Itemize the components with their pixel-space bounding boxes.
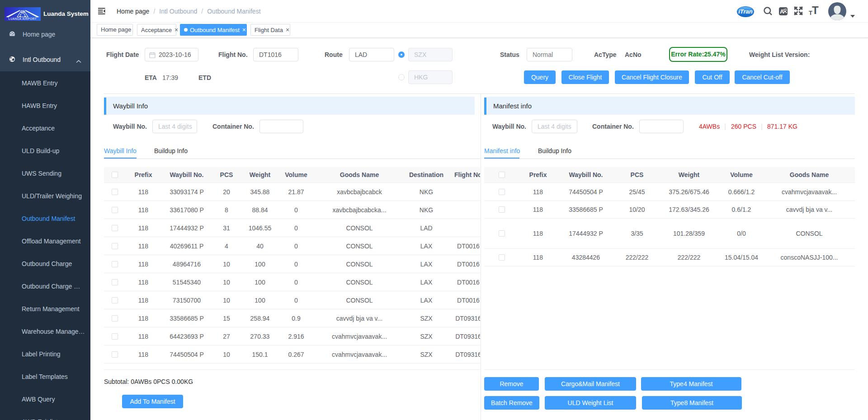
svg-text:45: 45 [21,10,24,14]
svg-text:LUANDA AIRPORT: LUANDA AIRPORT [9,17,37,20]
